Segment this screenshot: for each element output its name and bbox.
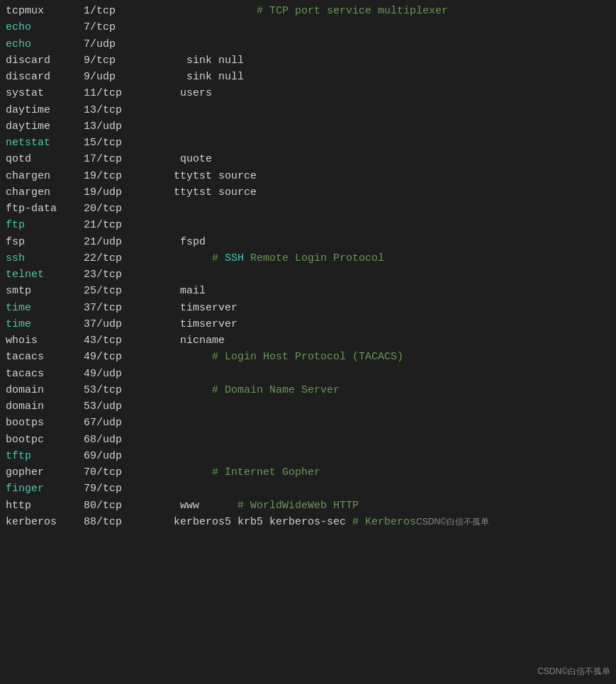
table-row: netstat15/tcp (6, 135, 610, 151)
port-protocol: 19/tcp (84, 168, 155, 184)
service-name: netstat (6, 135, 84, 151)
service-name: smtp (6, 283, 84, 299)
service-aliases: mail (155, 283, 206, 299)
service-name: qotd (6, 151, 84, 167)
port-protocol: 43/tcp (84, 332, 155, 349)
port-protocol: 13/udp (84, 118, 155, 135)
table-row: discard9/tcp sink null (6, 52, 610, 69)
service-name: echo (6, 36, 84, 52)
service-name: finger (6, 481, 84, 497)
port-protocol: 22/tcp (84, 250, 155, 267)
port-protocol: 7/udp (84, 36, 155, 52)
port-protocol: 17/tcp (84, 151, 155, 167)
port-protocol: 80/tcp (84, 498, 155, 514)
table-row: http80/tcp www # WorldWideWeb HTTP (6, 498, 610, 514)
service-aliases: # Domain Name Server (155, 382, 340, 398)
port-protocol: 23/tcp (84, 267, 155, 283)
service-name: bootpc (6, 432, 84, 448)
table-row: tcpmux1/tcp # TCP port service multiplex… (6, 3, 610, 19)
port-protocol: 69/udp (84, 448, 155, 464)
service-name: kerberos (6, 514, 84, 530)
service-name: discard (6, 52, 84, 69)
service-name: gopher (6, 464, 84, 481)
service-aliases: sink null (155, 69, 244, 85)
table-row: echo7/udp (6, 36, 610, 52)
table-row: discard9/udp sink null (6, 69, 610, 85)
service-aliases: www # WorldWideWeb HTTP (155, 498, 359, 514)
port-protocol: 49/tcp (84, 349, 155, 365)
port-protocol: 20/tcp (84, 201, 155, 217)
service-aliases: nicname (155, 332, 225, 349)
table-row: ftp-data20/tcp (6, 201, 610, 217)
table-row: fsp21/udp fspd (6, 234, 610, 250)
service-name: http (6, 498, 84, 514)
table-row: ftp21/tcp (6, 217, 610, 233)
table-row: kerberos88/tcp kerberos5 krb5 kerberos-s… (6, 514, 610, 530)
service-name: discard (6, 69, 84, 85)
service-name: tacacs (6, 349, 84, 365)
service-name: bootps (6, 415, 84, 431)
port-protocol: 68/udp (84, 432, 155, 448)
terminal-output: tcpmux1/tcp # TCP port service multiplex… (6, 3, 610, 530)
service-name: domain (6, 382, 84, 398)
table-row: echo7/tcp (6, 19, 610, 35)
service-aliases: ttytst source (155, 184, 257, 201)
service-name: time (6, 316, 84, 332)
service-name: whois (6, 332, 84, 349)
port-protocol: 21/udp (84, 234, 155, 250)
service-name: systat (6, 85, 84, 101)
watermark: CSDN©白信不孤单 (537, 665, 610, 678)
service-aliases: timserver (155, 316, 237, 332)
table-row: finger79/tcp (6, 481, 610, 497)
table-row: bootpc68/udp (6, 432, 610, 448)
port-protocol: 9/udp (84, 69, 155, 85)
service-aliases: sink null (155, 52, 244, 69)
table-row: domain53/udp (6, 398, 610, 415)
port-protocol: 79/tcp (84, 481, 155, 497)
port-protocol: 15/tcp (84, 135, 155, 151)
port-protocol: 13/tcp (84, 102, 155, 118)
service-name: echo (6, 19, 84, 35)
table-row: time37/udp timserver (6, 316, 610, 332)
service-aliases: users (155, 85, 212, 101)
service-name: daytime (6, 102, 84, 118)
table-row: tacacs49/tcp # Login Host Protocol (TACA… (6, 349, 610, 365)
port-protocol: 70/tcp (84, 464, 155, 481)
service-aliases: # Login Host Protocol (TACACS) (155, 349, 403, 365)
service-name: time (6, 300, 84, 316)
port-protocol: 1/tcp (84, 3, 155, 19)
port-protocol: 53/tcp (84, 382, 155, 398)
service-name: fsp (6, 234, 84, 250)
table-row: domain53/tcp # Domain Name Server (6, 382, 610, 398)
port-protocol: 67/udp (84, 415, 155, 431)
table-row: daytime13/tcp (6, 102, 610, 118)
service-aliases: # TCP port service multiplexer (155, 3, 448, 19)
table-row: chargen19/tcp ttytst source (6, 168, 610, 184)
port-protocol: 88/tcp (84, 514, 155, 530)
service-aliases: timserver (155, 300, 237, 316)
port-protocol: 9/tcp (84, 52, 155, 69)
service-name: ssh (6, 250, 84, 267)
service-name: tcpmux (6, 3, 84, 19)
port-protocol: 19/udp (84, 184, 155, 201)
table-row: chargen19/udp ttytst source (6, 184, 610, 201)
service-aliases: kerberos5 krb5 kerberos-sec # KerberosCS… (155, 514, 489, 530)
table-row: smtp25/tcp mail (6, 283, 610, 299)
port-protocol: 53/udp (84, 398, 155, 415)
table-row: tftp69/udp (6, 448, 610, 464)
service-name: ftp (6, 217, 84, 233)
table-row: bootps67/udp (6, 415, 610, 431)
service-aliases: # SSH Remote Login Protocol (155, 250, 384, 267)
port-protocol: 11/tcp (84, 85, 155, 101)
table-row: whois43/tcp nicname (6, 332, 610, 349)
table-row: gopher70/tcp # Internet Gopher (6, 464, 610, 481)
port-protocol: 37/udp (84, 316, 155, 332)
service-name: telnet (6, 267, 84, 283)
port-protocol: 21/tcp (84, 217, 155, 233)
port-protocol: 7/tcp (84, 19, 155, 35)
service-name: chargen (6, 184, 84, 201)
service-aliases: ttytst source (155, 168, 257, 184)
service-name: ftp-data (6, 201, 84, 217)
port-protocol: 25/tcp (84, 283, 155, 299)
service-name: tftp (6, 448, 84, 464)
